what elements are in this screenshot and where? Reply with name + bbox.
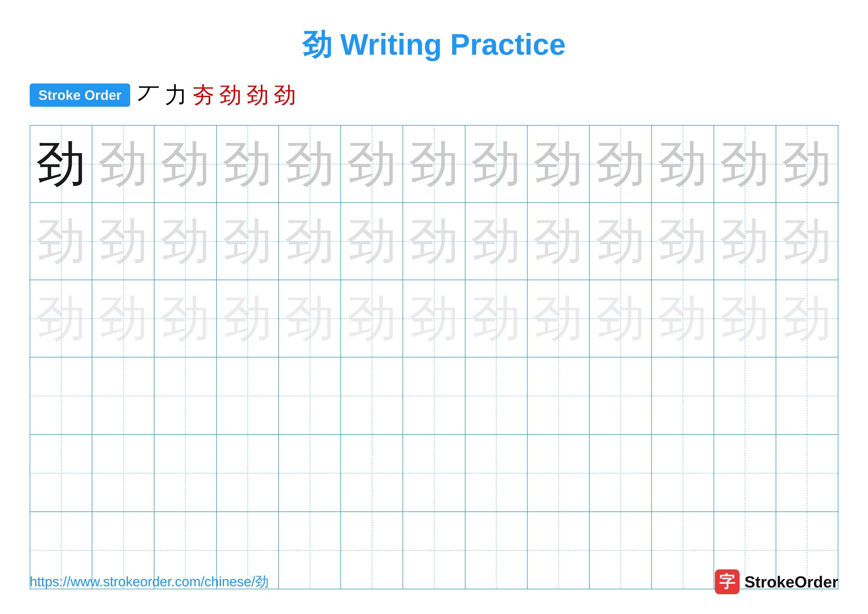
grid-cell-5-11[interactable] <box>652 435 714 511</box>
grid-cell-1-13[interactable]: 劲 <box>776 126 838 202</box>
grid-cell-4-4[interactable] <box>217 358 279 434</box>
grid-cell-5-13[interactable] <box>776 435 838 511</box>
practice-grid: 劲 劲 劲 劲 劲 劲 劲 劲 劲 <box>30 125 838 589</box>
grid-row-2: 劲 劲 劲 劲 劲 劲 劲 劲 劲 <box>30 203 838 280</box>
grid-cell-1-4[interactable]: 劲 <box>217 126 279 202</box>
grid-cell-5-4[interactable] <box>217 435 279 511</box>
char-light-2: 劲 <box>409 216 459 266</box>
grid-cell-1-10[interactable]: 劲 <box>590 126 652 202</box>
grid-cell-1-2[interactable]: 劲 <box>92 126 154 202</box>
grid-cell-2-3[interactable]: 劲 <box>154 203 217 280</box>
grid-cell-4-13[interactable] <box>776 358 838 434</box>
grid-cell-4-3[interactable] <box>154 358 217 434</box>
grid-cell-5-1[interactable] <box>30 435 92 511</box>
grid-cell-5-8[interactable] <box>465 435 527 511</box>
grid-cell-4-9[interactable] <box>527 358 590 434</box>
footer: https://www.strokeorder.com/chinese/劲 字 … <box>30 569 838 594</box>
grid-cell-3-1[interactable]: 劲 <box>30 280 92 357</box>
grid-cell-1-5[interactable]: 劲 <box>279 126 341 202</box>
grid-cell-2-11[interactable]: 劲 <box>652 203 714 280</box>
grid-cell-1-11[interactable]: 劲 <box>652 126 714 202</box>
grid-row-5 <box>30 435 838 512</box>
grid-cell-5-9[interactable] <box>527 435 590 511</box>
grid-cell-2-12[interactable]: 劲 <box>714 203 776 280</box>
grid-cell-5-5[interactable] <box>279 435 341 511</box>
grid-cell-3-4[interactable]: 劲 <box>217 280 279 357</box>
grid-cell-3-11[interactable]: 劲 <box>652 280 714 357</box>
char-light-3: 劲 <box>533 294 583 343</box>
char-light-2: 劲 <box>658 216 707 266</box>
grid-cell-3-2[interactable]: 劲 <box>92 280 154 357</box>
footer-logo: 字 StrokeOrder <box>715 569 838 594</box>
grid-cell-3-9[interactable]: 劲 <box>527 280 590 357</box>
stroke-step-6: 劲 <box>274 80 296 110</box>
char-dark: 劲 <box>36 139 86 189</box>
page: 劲 Writing Practice Stroke Order 丆 力 夯 劲 … <box>0 0 868 614</box>
char-light-3: 劲 <box>782 294 832 343</box>
char-light-3: 劲 <box>471 294 521 343</box>
char-light-1: 劲 <box>471 139 521 189</box>
grid-cell-4-2[interactable] <box>92 358 154 434</box>
grid-cell-5-2[interactable] <box>92 435 154 511</box>
grid-cell-3-13[interactable]: 劲 <box>776 280 838 357</box>
grid-cell-1-3[interactable]: 劲 <box>154 126 217 202</box>
char-light-3: 劲 <box>720 294 770 343</box>
char-light-3: 劲 <box>409 294 459 343</box>
grid-cell-2-9[interactable]: 劲 <box>527 203 590 280</box>
grid-cell-5-12[interactable] <box>714 435 776 511</box>
grid-cell-5-10[interactable] <box>590 435 652 511</box>
grid-cell-2-5[interactable]: 劲 <box>279 203 341 280</box>
grid-cell-5-7[interactable] <box>403 435 465 511</box>
char-light-1: 劲 <box>720 139 770 189</box>
char-light-3: 劲 <box>347 294 397 343</box>
grid-cell-3-3[interactable]: 劲 <box>154 280 217 357</box>
stroke-step-4: 劲 <box>219 80 242 110</box>
grid-cell-3-10[interactable]: 劲 <box>590 280 652 357</box>
grid-cell-3-12[interactable]: 劲 <box>714 280 776 357</box>
grid-cell-1-7[interactable]: 劲 <box>403 126 465 202</box>
char-light-2: 劲 <box>161 216 210 266</box>
grid-cell-4-7[interactable] <box>403 358 465 434</box>
logo-character: 字 <box>719 571 735 593</box>
char-light-3: 劲 <box>658 294 707 343</box>
grid-cell-2-8[interactable]: 劲 <box>465 203 527 280</box>
char-light-2: 劲 <box>36 216 86 266</box>
grid-cell-3-8[interactable]: 劲 <box>465 280 527 357</box>
grid-cell-5-6[interactable] <box>341 435 403 511</box>
grid-cell-2-2[interactable]: 劲 <box>92 203 154 280</box>
grid-cell-1-6[interactable]: 劲 <box>341 126 403 202</box>
grid-cell-2-10[interactable]: 劲 <box>590 203 652 280</box>
grid-cell-1-9[interactable]: 劲 <box>527 126 590 202</box>
grid-cell-1-12[interactable]: 劲 <box>714 126 776 202</box>
grid-cell-4-5[interactable] <box>279 358 341 434</box>
grid-cell-2-6[interactable]: 劲 <box>341 203 403 280</box>
grid-cell-4-11[interactable] <box>652 358 714 434</box>
footer-url[interactable]: https://www.strokeorder.com/chinese/劲 <box>30 573 269 591</box>
stroke-step-5: 劲 <box>246 80 269 110</box>
grid-row-1: 劲 劲 劲 劲 劲 劲 劲 劲 劲 <box>30 126 838 203</box>
grid-cell-2-4[interactable]: 劲 <box>217 203 279 280</box>
grid-cell-5-3[interactable] <box>154 435 217 511</box>
grid-cell-4-6[interactable] <box>341 358 403 434</box>
grid-cell-4-8[interactable] <box>465 358 527 434</box>
grid-cell-1-1[interactable]: 劲 <box>30 126 92 202</box>
grid-cell-2-13[interactable]: 劲 <box>776 203 838 280</box>
grid-cell-4-1[interactable] <box>30 358 92 434</box>
grid-cell-3-5[interactable]: 劲 <box>279 280 341 357</box>
grid-cell-3-6[interactable]: 劲 <box>341 280 403 357</box>
grid-cell-2-7[interactable]: 劲 <box>403 203 465 280</box>
grid-cell-1-8[interactable]: 劲 <box>465 126 527 202</box>
strokeorder-logo-icon: 字 <box>715 569 739 594</box>
char-light-2: 劲 <box>533 216 583 266</box>
stroke-steps: 丆 力 夯 劲 劲 劲 <box>138 80 296 110</box>
char-light-3: 劲 <box>36 294 86 343</box>
grid-cell-3-7[interactable]: 劲 <box>403 280 465 357</box>
stroke-order-row: Stroke Order 丆 力 夯 劲 劲 劲 <box>30 80 838 110</box>
grid-cell-2-1[interactable]: 劲 <box>30 203 92 280</box>
char-light-1: 劲 <box>596 139 645 189</box>
grid-cell-4-12[interactable] <box>714 358 776 434</box>
grid-cell-4-10[interactable] <box>590 358 652 434</box>
char-light-1: 劲 <box>533 139 583 189</box>
page-title: 劲 Writing Practice <box>30 25 838 65</box>
char-light-2: 劲 <box>596 216 645 266</box>
